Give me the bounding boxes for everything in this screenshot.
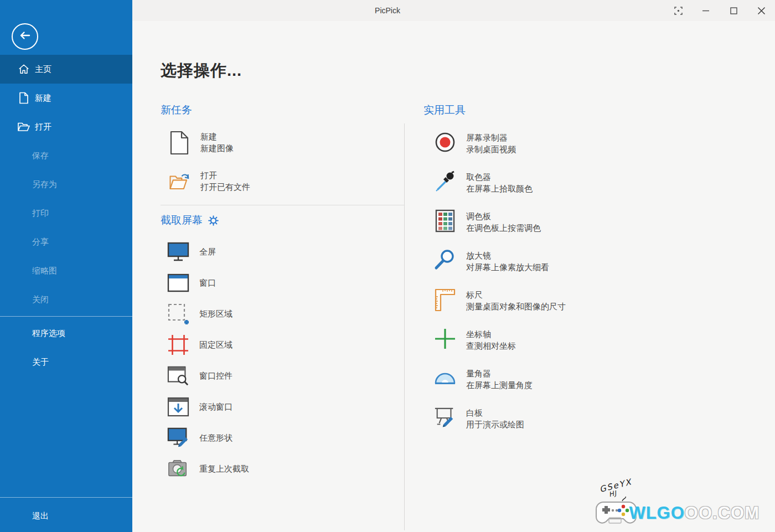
new-document-icon: [17, 91, 30, 105]
magnifier-icon: [434, 249, 456, 272]
sidebar-item-print[interactable]: 打印: [0, 199, 132, 228]
sidebar-item-label: 打开: [35, 122, 51, 132]
arrow-left-icon: [18, 28, 32, 45]
watermark-site-text: WLGOOO.COM: [629, 503, 760, 523]
tool-item-protractor[interactable]: 量角器 在屏幕上测量角度: [423, 366, 684, 395]
sidebar-separator: [0, 316, 132, 317]
gear-icon[interactable]: [208, 215, 219, 226]
sidebar-item-close[interactable]: 关闭: [0, 285, 132, 314]
fixed-region-icon: [167, 334, 189, 356]
section-header-new-task: 新任务: [161, 103, 404, 117]
back-button[interactable]: [12, 23, 38, 50]
column-divider: [404, 123, 405, 530]
capture-corners-icon[interactable]: [664, 0, 692, 21]
tool-item-magnifier[interactable]: 放大镜 对屏幕上像素放大细看: [423, 249, 684, 277]
sidebar-item-program-options[interactable]: 程序选项: [0, 319, 132, 348]
protractor-icon: [434, 366, 456, 390]
tool-item-screen-recorder[interactable]: 屏幕录制器 录制桌面视频: [423, 131, 684, 159]
tool-item-crosshair[interactable]: 坐标轴 查测相对坐标: [423, 327, 684, 355]
close-button[interactable]: [747, 0, 775, 21]
sidebar-item-home[interactable]: 主页: [0, 55, 132, 84]
window-title: PicPick: [375, 0, 400, 21]
freehand-icon: [167, 427, 189, 449]
sidebar-separator-bottom: [0, 497, 132, 498]
sidebar-item-thumbnail[interactable]: 缩略图: [0, 256, 132, 285]
color-palette-icon: [434, 209, 456, 233]
scrolling-window-icon: [167, 396, 189, 418]
screen-recorder-icon: [434, 131, 456, 154]
capture-item-fixed-region[interactable]: 固定区域: [161, 329, 404, 360]
capture-item-freehand[interactable]: 任意形状: [161, 422, 404, 453]
task-item-open[interactable]: 打开 打开已有文件: [161, 168, 404, 195]
capture-item-fullscreen[interactable]: 全屏: [161, 236, 404, 267]
sidebar-item-share[interactable]: 分享: [0, 228, 132, 256]
tool-item-whiteboard[interactable]: 白板 用于演示或绘图: [423, 406, 684, 434]
section-header-tools: 实用工具: [423, 103, 684, 117]
section-separator: [161, 205, 404, 205]
sidebar-item-new[interactable]: 新建: [0, 84, 132, 112]
capture-item-window-control[interactable]: 窗口控件: [161, 360, 404, 391]
rectangle-region-icon: [167, 303, 189, 325]
sidebar-item-save[interactable]: 保存: [0, 141, 132, 170]
home-icon: [17, 63, 30, 76]
task-item-new[interactable]: 新建 新建图像: [161, 130, 404, 156]
capture-item-rectangle-region[interactable]: 矩形区域: [161, 298, 404, 329]
minimize-button[interactable]: [692, 0, 720, 21]
sidebar-item-save-as[interactable]: 另存为: [0, 170, 132, 199]
crosshair-icon: [434, 327, 456, 350]
capture-item-scrolling-window[interactable]: 滚动窗口: [161, 391, 404, 422]
sidebar: 主页 新建 打开 保存 另存为 打印 分享 缩略图: [0, 0, 132, 532]
ruler-icon: [434, 288, 456, 311]
titlebar: PicPick: [132, 0, 775, 21]
capture-item-window[interactable]: 窗口: [161, 267, 404, 298]
repeat-capture-icon: [167, 458, 189, 480]
sidebar-item-about[interactable]: 关于: [0, 348, 132, 376]
tool-item-color-palette[interactable]: 调色板 在调色板上按需调色: [423, 209, 684, 237]
whiteboard-icon: [434, 406, 456, 429]
watermark: GSeYX HJ WLGOOO.COM: [596, 497, 760, 530]
sidebar-item-label: 主页: [35, 64, 51, 75]
new-image-icon: [168, 130, 190, 156]
main-content: 选择操作... 新任务 新建 新建图像 打开 打开已有文件: [132, 21, 775, 532]
fullscreen-icon: [167, 241, 189, 263]
tool-item-ruler[interactable]: 标尺 测量桌面对象和图像的尺寸: [423, 288, 684, 316]
section-header-capture: 截取屏幕: [161, 213, 404, 228]
capture-item-repeat-last[interactable]: 重复上次截取: [161, 453, 404, 484]
window-icon: [167, 272, 189, 294]
sidebar-item-open[interactable]: 打开: [0, 112, 132, 141]
page-title: 选择操作...: [161, 60, 242, 82]
tool-item-color-picker[interactable]: 取色器 在屏幕上拾取颜色: [423, 170, 684, 198]
open-folder-icon: [17, 120, 30, 133]
window-control-icon: [167, 365, 189, 387]
maximize-button[interactable]: [720, 0, 747, 21]
color-picker-icon: [434, 170, 456, 193]
sidebar-item-label: 新建: [35, 93, 51, 104]
sidebar-item-exit[interactable]: 退出: [0, 500, 132, 532]
open-file-icon: [168, 168, 190, 195]
